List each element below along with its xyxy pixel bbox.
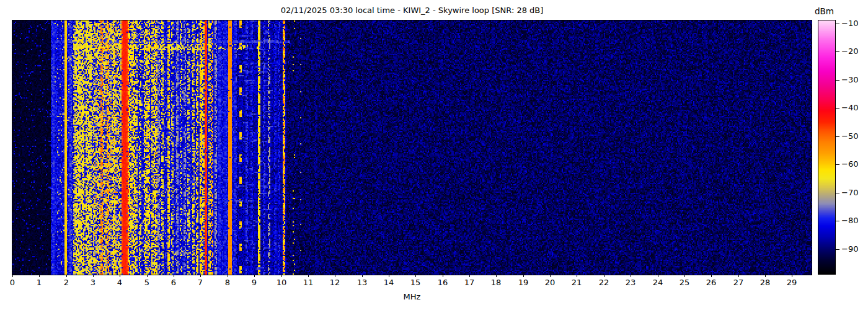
x-tick-mark bbox=[389, 275, 389, 277]
colorbar-tick-label: −80 bbox=[841, 216, 858, 225]
x-tick-label: 4 bbox=[108, 278, 131, 287]
x-tick-mark bbox=[228, 275, 228, 277]
x-tick-mark bbox=[658, 275, 658, 277]
x-tick-mark bbox=[523, 275, 524, 277]
x-tick-mark bbox=[443, 275, 443, 277]
x-tick-label: 9 bbox=[243, 278, 265, 287]
x-tick-label: 1 bbox=[28, 278, 50, 287]
x-tick-mark bbox=[711, 275, 712, 277]
x-tick-label: 6 bbox=[162, 278, 185, 287]
colorbar-tick-label: −50 bbox=[841, 131, 858, 141]
colorbar bbox=[818, 20, 836, 275]
colorbar-tick-mark bbox=[836, 221, 839, 221]
x-tick-mark bbox=[12, 275, 13, 277]
x-tick-label: 11 bbox=[297, 278, 319, 287]
waterfall-plot bbox=[12, 20, 812, 275]
x-tick-label: 8 bbox=[216, 278, 239, 287]
x-tick-label: 25 bbox=[673, 278, 696, 287]
x-tick-mark bbox=[765, 275, 766, 277]
x-tick-mark bbox=[120, 275, 120, 277]
x-tick-mark bbox=[93, 275, 94, 277]
x-tick-mark bbox=[496, 275, 497, 277]
colorbar-tick-mark bbox=[836, 108, 839, 108]
x-tick-label: 19 bbox=[512, 278, 534, 287]
x-tick-label: 14 bbox=[378, 278, 400, 287]
x-tick-mark bbox=[684, 275, 685, 277]
x-tick-label: 13 bbox=[351, 278, 373, 287]
x-tick-mark bbox=[39, 275, 40, 277]
x-tick-label: 0 bbox=[1, 278, 24, 287]
x-tick-label: 16 bbox=[432, 278, 454, 287]
x-tick-label: 17 bbox=[458, 278, 480, 287]
x-tick-label: 10 bbox=[270, 278, 293, 287]
x-tick-label: 27 bbox=[727, 278, 750, 287]
x-tick-label: 15 bbox=[404, 278, 427, 287]
x-tick-mark bbox=[469, 275, 470, 277]
colorbar-tick-label: −10 bbox=[841, 19, 858, 28]
x-tick-mark bbox=[147, 275, 148, 277]
x-tick-mark bbox=[577, 275, 577, 277]
x-tick-mark bbox=[308, 275, 309, 277]
x-tick-mark bbox=[415, 275, 416, 277]
colorbar-tick-label: −30 bbox=[841, 75, 858, 84]
colorbar-tick-label: −40 bbox=[841, 103, 858, 112]
x-tick-label: 3 bbox=[82, 278, 104, 287]
x-tick-label: 20 bbox=[539, 278, 561, 287]
x-tick-mark bbox=[550, 275, 551, 277]
x-tick-mark bbox=[254, 275, 255, 277]
x-axis-label: MHz bbox=[12, 292, 812, 301]
x-tick-mark bbox=[335, 275, 335, 277]
x-tick-label: 18 bbox=[485, 278, 507, 287]
x-tick-label: 26 bbox=[700, 278, 722, 287]
colorbar-tick-label: −90 bbox=[841, 244, 858, 254]
x-tick-mark bbox=[174, 275, 174, 277]
colorbar-tick-mark bbox=[836, 51, 839, 52]
x-tick-mark bbox=[66, 275, 67, 277]
colorbar-tick-label: −60 bbox=[841, 159, 858, 169]
x-tick-mark bbox=[604, 275, 604, 277]
x-tick-label: 29 bbox=[781, 278, 803, 287]
colorbar-tick-label: −20 bbox=[841, 46, 858, 56]
x-tick-mark bbox=[738, 275, 739, 277]
colorbar-title: dBm bbox=[815, 6, 834, 16]
x-tick-label: 12 bbox=[324, 278, 346, 287]
waterfall-canvas bbox=[12, 20, 812, 275]
x-tick-label: 28 bbox=[754, 278, 776, 287]
colorbar-tick-mark bbox=[836, 164, 839, 165]
x-tick-label: 24 bbox=[647, 278, 669, 287]
x-tick-label: 7 bbox=[189, 278, 211, 287]
x-tick-mark bbox=[362, 275, 363, 277]
x-tick-label: 5 bbox=[136, 278, 158, 287]
colorbar-canvas bbox=[818, 20, 835, 274]
colorbar-tick-label: −70 bbox=[841, 188, 858, 197]
x-tick-label: 22 bbox=[593, 278, 615, 287]
colorbar-tick-mark bbox=[836, 80, 839, 81]
colorbar-tick-mark bbox=[836, 193, 839, 193]
x-tick-mark bbox=[281, 275, 282, 277]
plot-title: 02/11/2025 03:30 local time - KIWI_2 - S… bbox=[12, 6, 812, 15]
x-tick-label: 21 bbox=[565, 278, 588, 287]
x-tick-mark bbox=[792, 275, 792, 277]
spectrogram-figure: { "title": "02/11/2025 03:30 local time … bbox=[0, 0, 868, 310]
colorbar-tick-mark bbox=[836, 249, 839, 250]
x-tick-label: 23 bbox=[619, 278, 642, 287]
x-tick-label: 2 bbox=[55, 278, 78, 287]
x-tick-mark bbox=[200, 275, 201, 277]
colorbar-tick-mark bbox=[836, 136, 839, 137]
x-tick-mark bbox=[631, 275, 631, 277]
colorbar-tick-mark bbox=[836, 24, 839, 24]
